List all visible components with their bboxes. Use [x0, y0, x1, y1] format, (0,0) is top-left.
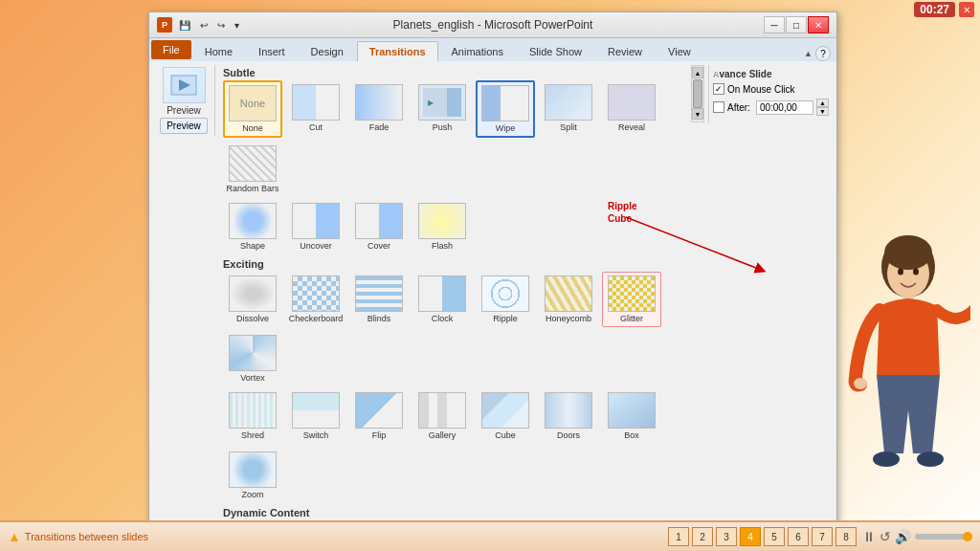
preview-button[interactable]: Preview: [160, 118, 208, 134]
undo-qat-button[interactable]: ↩: [197, 19, 211, 32]
timer-close-button[interactable]: ✕: [959, 2, 974, 17]
transition-random-bars[interactable]: Random Bars: [223, 142, 282, 197]
on-mouse-click-checkbox[interactable]: ✓: [713, 83, 724, 95]
redo-qat-button[interactable]: ↪: [214, 19, 228, 32]
zoom-label: Zoom: [241, 490, 263, 499]
transition-box[interactable]: Box: [602, 388, 661, 444]
transition-shape[interactable]: Shape: [223, 199, 282, 254]
scroll-down-button[interactable]: ▼: [692, 108, 703, 120]
transition-uncover[interactable]: Uncover: [286, 199, 345, 254]
after-time-input[interactable]: [756, 100, 813, 115]
collapse-ribbon-icon[interactable]: ▲: [804, 49, 813, 58]
advance-slide-title: Avance Slide: [713, 69, 829, 79]
taskbar-pages: 1 2 3 4 5 6 7 8: [668, 527, 857, 546]
none-label: None: [242, 123, 263, 133]
tab-view[interactable]: View: [656, 41, 703, 61]
transition-none[interactable]: None None: [223, 80, 282, 138]
minimize-button[interactable]: ─: [764, 16, 785, 33]
page-btn-8[interactable]: 8: [835, 527, 857, 546]
transition-cube[interactable]: Cube: [476, 388, 535, 444]
refresh-button[interactable]: ↺: [880, 529, 891, 544]
transition-flip[interactable]: Flip: [349, 388, 409, 444]
transition-zoom[interactable]: Zoom: [223, 448, 282, 503]
exciting-row-1: Dissolve Checkerboard Blinds Clock: [223, 272, 687, 386]
page-btn-6[interactable]: 6: [788, 527, 809, 546]
scroll-up-button[interactable]: ▲: [692, 67, 703, 78]
save-qat-button[interactable]: 💾: [176, 19, 193, 32]
scroll-thumb[interactable]: [693, 79, 702, 108]
ribbon: File Home Insert Design Transitions Anim…: [149, 38, 836, 551]
after-time-checkbox[interactable]: [713, 101, 724, 113]
transition-doors[interactable]: Doors: [539, 388, 598, 444]
transition-checkerboard[interactable]: Checkerboard: [286, 272, 345, 327]
timer-display: 00:27: [914, 2, 955, 17]
transition-wipe[interactable]: Wipe: [476, 80, 535, 138]
tab-home[interactable]: Home: [192, 41, 245, 61]
title-bar: P 💾 ↩ ↪ ▾ Planets_english - Microsoft Po…: [149, 12, 836, 38]
gallery-icon: [418, 392, 466, 429]
shape-icon: [229, 203, 277, 239]
transition-ripple[interactable]: Ripple: [476, 272, 535, 327]
page-btn-1[interactable]: 1: [668, 527, 689, 546]
reveal-label: Reveal: [618, 122, 645, 132]
transition-cover[interactable]: Cover: [349, 199, 409, 254]
dissolve-label: Dissolve: [236, 314, 269, 323]
pp-logo-icon: P: [157, 17, 172, 33]
on-mouse-click-label: On Mouse Click: [727, 84, 795, 95]
transition-flash[interactable]: Flash: [412, 199, 472, 254]
transition-vortex[interactable]: Vortex: [223, 331, 282, 386]
vortex-label: Vortex: [240, 373, 265, 383]
shred-icon: [229, 392, 277, 429]
flash-label: Flash: [432, 241, 453, 251]
tab-review[interactable]: Review: [595, 41, 655, 61]
svg-point-7: [884, 235, 932, 270]
transition-cut[interactable]: Cut: [286, 80, 345, 138]
tab-file[interactable]: File: [151, 40, 191, 59]
transition-gallery[interactable]: Gallery: [412, 388, 472, 444]
shape-label: Shape: [240, 241, 265, 251]
customize-qat-button[interactable]: ▾: [232, 19, 242, 32]
page-btn-5[interactable]: 5: [764, 527, 785, 546]
volume-slider[interactable]: [915, 534, 972, 540]
svg-point-12: [854, 378, 867, 389]
transition-glitter[interactable]: Glitter: [602, 272, 661, 327]
checkerboard-label: Checkerboard: [289, 314, 344, 323]
page-btn-3[interactable]: 3: [716, 527, 737, 546]
transition-clock[interactable]: Clock: [412, 272, 472, 327]
time-up-button[interactable]: ▲: [816, 99, 829, 107]
transition-reveal[interactable]: Reveal: [602, 80, 661, 138]
ripple-label: Ripple: [493, 314, 518, 323]
page-btn-4[interactable]: 4: [740, 527, 761, 546]
maximize-button[interactable]: □: [786, 16, 807, 33]
transition-dissolve[interactable]: Dissolve: [223, 272, 282, 327]
page-btn-2[interactable]: 2: [692, 527, 713, 546]
switch-label: Switch: [303, 430, 329, 440]
push-svg: ▶: [423, 88, 461, 117]
volume-button[interactable]: 🔊: [895, 529, 911, 544]
transition-honeycomb[interactable]: Honeycomb: [539, 272, 598, 327]
transition-fade[interactable]: Fade: [349, 80, 409, 138]
tab-slideshow[interactable]: Slide Show: [517, 41, 594, 61]
preview-icon-box: [163, 67, 206, 103]
volume-thumb[interactable]: [963, 532, 972, 541]
blinds-label: Blinds: [368, 314, 391, 323]
tab-insert[interactable]: Insert: [246, 41, 298, 61]
transition-shred[interactable]: Shred: [223, 388, 282, 444]
switch-icon: [292, 392, 340, 429]
tab-transitions[interactable]: Transitions: [357, 41, 438, 61]
help-button[interactable]: ?: [815, 46, 831, 61]
transition-switch[interactable]: Switch: [286, 388, 345, 444]
window-controls: ─ □ ✕: [764, 16, 829, 33]
window-title: Planets_english - Microsoft PowerPoint: [393, 18, 593, 32]
pause-button[interactable]: ⏸: [862, 529, 876, 544]
transition-blinds[interactable]: Blinds: [349, 272, 409, 327]
page-btn-7[interactable]: 7: [812, 527, 833, 546]
time-down-button[interactable]: ▼: [816, 107, 829, 116]
transition-push[interactable]: ▶ Push: [412, 80, 472, 138]
transition-split[interactable]: Split: [539, 80, 598, 138]
tab-animations[interactable]: Animations: [439, 41, 516, 61]
checkerboard-icon: [292, 276, 340, 312]
gallery-label: Gallery: [429, 430, 457, 440]
tab-design[interactable]: Design: [299, 41, 356, 61]
close-button[interactable]: ✕: [808, 16, 829, 33]
